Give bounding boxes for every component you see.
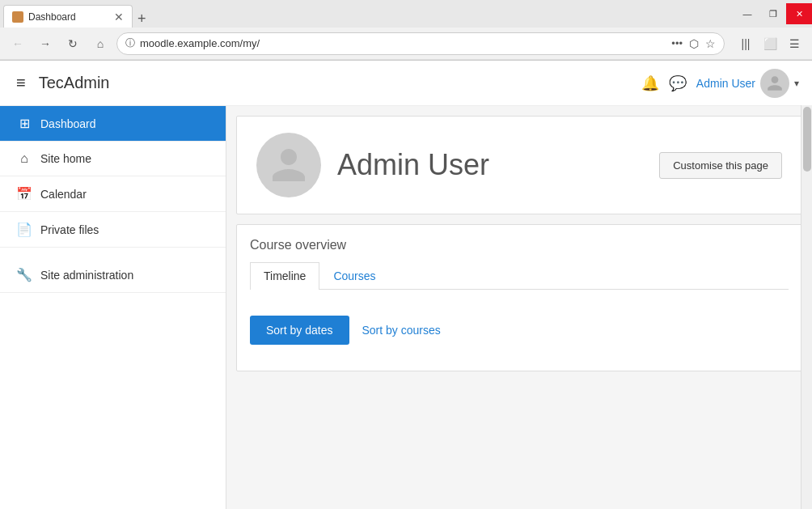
- tab-title: Dashboard: [28, 11, 109, 23]
- sidebar-item-dashboard[interactable]: ⊞ Dashboard: [0, 106, 226, 142]
- more-icon: •••: [671, 37, 683, 50]
- user-menu[interactable]: Admin User ▾: [696, 69, 799, 98]
- sync-icon[interactable]: ⬜: [759, 32, 781, 55]
- back-button[interactable]: ←: [6, 32, 29, 55]
- site-header: ≡ TecAdmin 🔔 💬 Admin User ▾: [0, 61, 812, 106]
- course-overview-title: Course overview: [250, 238, 789, 252]
- address-bar[interactable]: ⓘ moodle.example.com/my/ ••• ⬡ ☆: [116, 32, 725, 55]
- hamburger-button[interactable]: ≡: [13, 70, 29, 95]
- course-overview-block: Course overview Timeline Courses Sort by…: [236, 224, 802, 371]
- tab-courses[interactable]: Courses: [319, 262, 389, 289]
- minimize-button[interactable]: —: [734, 3, 760, 24]
- sort-by-dates-button[interactable]: Sort by dates: [250, 316, 349, 345]
- home-nav-icon: ⌂: [16, 151, 32, 166]
- avatar: [760, 69, 789, 98]
- customise-page-button[interactable]: Customise this page: [659, 152, 782, 179]
- sort-buttons-container: Sort by dates Sort by courses: [250, 303, 789, 358]
- profile-name: Admin User: [337, 148, 489, 182]
- file-icon: 📄: [16, 222, 32, 237]
- sidebar-item-label: Private files: [40, 223, 99, 236]
- sidebar-item-label: Site administration: [40, 269, 133, 282]
- sidebar-item-label: Calendar: [40, 188, 87, 201]
- course-overview-tabs: Timeline Courses: [250, 262, 789, 290]
- forward-button[interactable]: →: [34, 32, 57, 55]
- sidebar-item-label: Dashboard: [40, 117, 96, 130]
- dropdown-icon: ▾: [794, 78, 799, 89]
- dashboard-icon: ⊞: [16, 116, 32, 131]
- message-icon[interactable]: 💬: [669, 74, 687, 92]
- pocket-icon: ⬡: [689, 37, 699, 50]
- library-icon[interactable]: |||: [734, 32, 757, 55]
- profile-avatar: [256, 133, 321, 197]
- user-name-text: Admin User: [696, 77, 755, 90]
- tab-close-icon[interactable]: ✕: [114, 11, 124, 23]
- sort-by-courses-button[interactable]: Sort by courses: [359, 316, 444, 345]
- calendar-icon: 📅: [16, 186, 32, 201]
- browser-tab[interactable]: Dashboard ✕: [3, 5, 133, 28]
- restore-button[interactable]: ❐: [760, 3, 786, 24]
- site-title: TecAdmin: [39, 74, 110, 92]
- reload-button[interactable]: ↻: [61, 32, 84, 55]
- profile-block: Admin User Customise this page: [236, 116, 802, 214]
- tab-favicon: [12, 11, 23, 23]
- tab-timeline[interactable]: Timeline: [250, 262, 319, 290]
- main-content: Admin User Customise this page Course ov…: [226, 106, 812, 509]
- sidebar-item-site-admin[interactable]: 🔧 Site administration: [0, 257, 226, 293]
- sidebar-item-private-files[interactable]: 📄 Private files: [0, 212, 226, 248]
- home-button[interactable]: ⌂: [89, 32, 112, 55]
- scrollbar[interactable]: [801, 105, 812, 509]
- security-icon: ⓘ: [125, 36, 135, 50]
- sidebar-item-label: Site home: [40, 152, 91, 165]
- bookmark-icon: ☆: [705, 37, 716, 50]
- url-text: moodle.example.com/my/: [140, 37, 666, 49]
- menu-button[interactable]: ☰: [783, 32, 806, 55]
- sidebar-item-calendar[interactable]: 📅 Calendar: [0, 176, 226, 212]
- wrench-icon: 🔧: [16, 267, 32, 282]
- new-tab-button[interactable]: +: [133, 11, 151, 28]
- close-button[interactable]: ✕: [786, 3, 812, 24]
- notification-bell-icon[interactable]: 🔔: [641, 74, 659, 92]
- sidebar-item-site-home[interactable]: ⌂ Site home: [0, 142, 226, 176]
- sidebar: ⊞ Dashboard ⌂ Site home 📅 Calendar 📄 Pri…: [0, 106, 226, 509]
- scroll-thumb[interactable]: [803, 107, 811, 172]
